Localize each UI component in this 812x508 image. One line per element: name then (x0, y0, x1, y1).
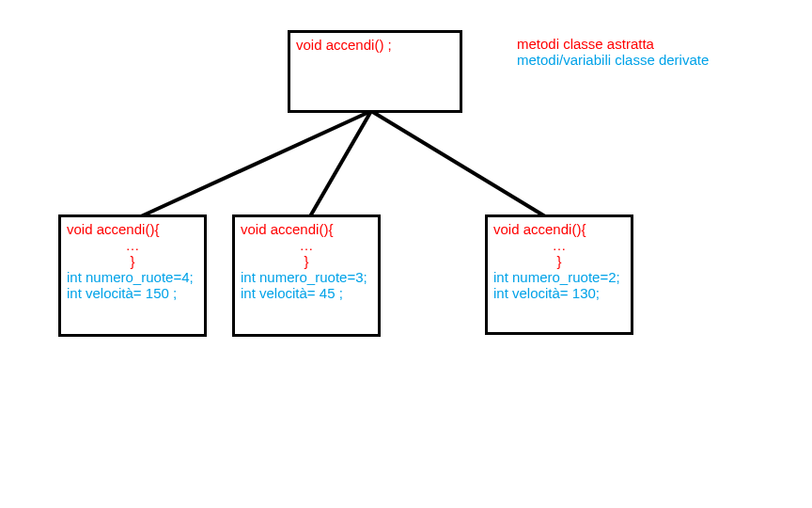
child2-var-speed: int velocità= 45 ; (241, 285, 372, 301)
parent-method-decl: void accendi() ; (296, 37, 454, 53)
child3-method-open: void accendi(){ (493, 221, 625, 237)
legend-abstract: metodi classe astratta (517, 36, 709, 52)
child3-var-speed: int velocità= 130; (493, 285, 625, 301)
child1-method-close: } (67, 253, 198, 269)
child1-var-speed: int velocità= 150 ; (67, 285, 198, 301)
legend-derived: metodi/variabili classe derivate (517, 52, 709, 68)
child3-var-wheels: int numero_ruote=2; (493, 269, 625, 285)
parent-class-box: void accendi() ; (288, 30, 462, 113)
svg-line-1 (310, 111, 371, 216)
child-class-box-2: void accendi(){ … } int numero_ruote=3; … (232, 214, 381, 337)
svg-line-0 (141, 111, 371, 216)
child2-method-dots: … (241, 237, 372, 253)
child2-method-close: } (241, 253, 372, 269)
child2-var-wheels: int numero_ruote=3; (241, 269, 372, 285)
child3-method-close: } (493, 253, 625, 269)
child1-method-open: void accendi(){ (67, 221, 198, 237)
child-class-box-3: void accendi(){ … } int numero_ruote=2; … (485, 214, 633, 335)
child1-var-wheels: int numero_ruote=4; (67, 269, 198, 285)
child1-method-dots: … (67, 237, 198, 253)
svg-line-2 (371, 111, 545, 216)
child2-method-open: void accendi(){ (241, 221, 372, 237)
child3-method-dots: … (493, 237, 625, 253)
child-class-box-1: void accendi(){ … } int numero_ruote=4; … (58, 214, 207, 337)
